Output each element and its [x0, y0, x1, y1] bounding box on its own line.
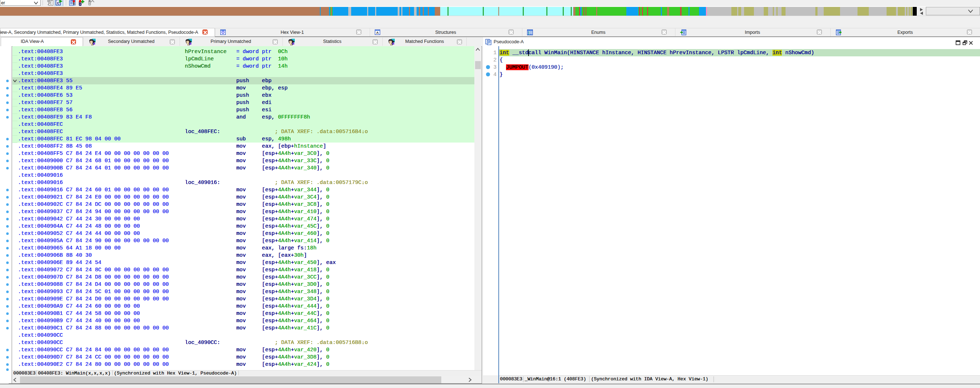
svg-text:A: A [376, 30, 379, 35]
svg-text:c: c [57, 0, 60, 5]
